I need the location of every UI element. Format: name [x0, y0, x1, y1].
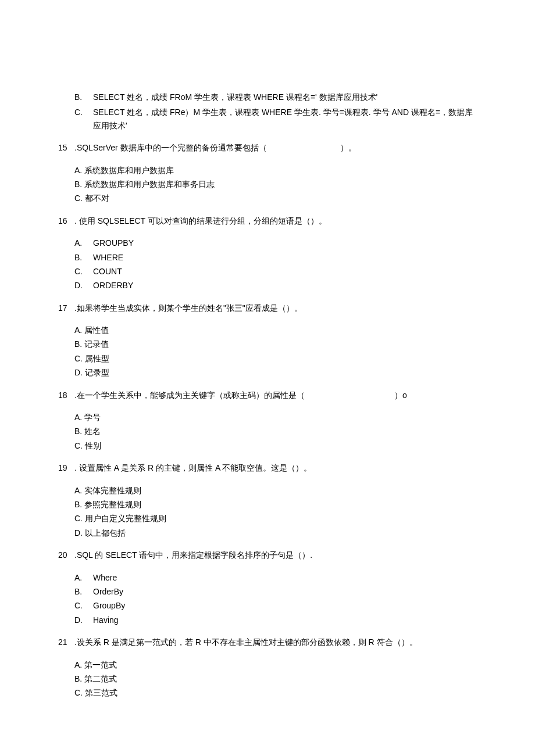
options-block: A.系统数据库和用户数据库B.系统数据库和用户数据库和事务日志C.都不对: [58, 164, 477, 205]
option-line: A.实体完整性规则: [58, 484, 477, 497]
option-text: 记录值: [82, 338, 109, 350]
option-line: A.属性值: [58, 324, 477, 336]
option-line: D.Having: [58, 614, 477, 626]
option-text: Where: [91, 571, 117, 584]
option-text: 用户自定义完整性规则: [83, 512, 166, 525]
option-line: B.SELECT 姓名，成绩 FRoM 学生表，课程表 WHERE 课程名=' …: [58, 91, 477, 103]
option-line: C.属性型: [58, 352, 477, 365]
option-letter: C.: [74, 192, 83, 205]
question-block: 20.SQL 的 SELECT 语句中，用来指定根据字段名排序的子句是（）.A.…: [58, 549, 477, 626]
option-line: A.学号: [58, 411, 477, 424]
options-block: A.GROUPBYB.WHEREC.COUNTD.ORDERBY: [58, 237, 477, 292]
option-letter: B.: [74, 338, 82, 350]
option-letter: D.: [74, 614, 91, 626]
option-line: D.记录型: [58, 366, 477, 379]
option-letter: C.: [74, 599, 91, 612]
question-text: .在一个学生关系中，能够成为主关键字（或称主码）的属性是（ ）o: [74, 389, 477, 402]
option-text: 属性型: [83, 352, 109, 365]
question-line: 21.设关系 R 是满足第一范式的，若 R 中不存在非主属性对主键的部分函数依赖…: [58, 636, 477, 648]
option-line: B.记录值: [58, 338, 477, 350]
option-text: 都不对: [83, 192, 109, 205]
option-line: C.COUNT: [58, 265, 477, 278]
option-text: 姓名: [82, 425, 101, 438]
option-line: B.姓名: [58, 425, 477, 438]
option-line: A.第一范式: [58, 658, 477, 671]
option-line: C.用户自定义完整性规则: [58, 512, 477, 525]
question-line: 15.SQLSerVer 数据库中的一个完整的备份通常要包括（ ）。: [58, 141, 477, 154]
option-text: 参照完整性规则: [82, 498, 141, 511]
question-number: 17: [58, 302, 74, 314]
option-letter: B.: [74, 498, 82, 511]
option-line: A.Where: [58, 571, 477, 584]
question-line: 17.如果将学生当成实体，则某个学生的姓名"张三"应看成是（）。: [58, 302, 477, 314]
question-text: .SQLSerVer 数据库中的一个完整的备份通常要包括（ ）。: [74, 141, 477, 154]
option-letter: A.: [74, 324, 82, 336]
option-letter: B.: [74, 425, 82, 438]
option-text: OrderBy: [91, 585, 123, 598]
option-line: C.都不对: [58, 192, 477, 205]
question-number: 18: [58, 389, 74, 402]
option-line: D.ORDERBY: [58, 279, 477, 292]
option-letter: C.: [74, 439, 83, 452]
question-line: 20.SQL 的 SELECT 语句中，用来指定根据字段名排序的子句是（）.: [58, 549, 477, 561]
question-block: 15.SQLSerVer 数据库中的一个完整的备份通常要包括（ ）。A.系统数据…: [58, 141, 477, 205]
question-block: 19. 设置属性 A 是关系 R 的主键，则属性 A 不能取空值。这是（）。A.…: [58, 461, 477, 539]
option-text: GroupBy: [91, 599, 125, 612]
option-line: C.GroupBy: [58, 599, 477, 612]
option-text: 以上都包括: [83, 526, 126, 539]
option-line: B.OrderBy: [58, 585, 477, 598]
question-number: 15: [58, 141, 74, 154]
question-number: 19: [58, 461, 74, 474]
option-line: A.系统数据库和用户数据库: [58, 164, 477, 177]
question-line: 16. 使用 SQLSELECT 可以对查询的结果进行分组，分组的短语是（）。: [58, 214, 477, 227]
option-letter: B.: [74, 251, 91, 264]
option-letter: C.: [74, 265, 91, 278]
question-line: 19. 设置属性 A 是关系 R 的主键，则属性 A 不能取空值。这是（）。: [58, 461, 477, 474]
option-letter: A.: [74, 164, 82, 177]
option-letter: C.: [74, 352, 83, 365]
option-line: B.第二范式: [58, 672, 477, 685]
option-text: COUNT: [91, 265, 122, 278]
option-letter: C.: [74, 512, 83, 525]
option-letter: B.: [74, 672, 82, 685]
question-number: 16: [58, 214, 74, 227]
option-text: 记录型: [83, 366, 109, 379]
options-block: A.WhereB.OrderByC.GroupByD.Having: [58, 571, 477, 627]
option-letter: D.: [74, 279, 91, 292]
question-text: .如果将学生当成实体，则某个学生的姓名"张三"应看成是（）。: [74, 302, 477, 314]
option-letter: D.: [74, 526, 83, 539]
option-text: WHERE: [91, 251, 123, 264]
option-line: D.以上都包括: [58, 526, 477, 539]
option-letter: B.: [74, 178, 82, 191]
pre-options-block: B.SELECT 姓名，成绩 FRoM 学生表，课程表 WHERE 课程名=' …: [58, 91, 477, 132]
question-block: 16. 使用 SQLSELECT 可以对查询的结果进行分组，分组的短语是（）。A…: [58, 214, 477, 292]
option-letter: A.: [74, 237, 91, 249]
option-line: C.第三范式: [58, 686, 477, 699]
question-block: 21.设关系 R 是满足第一范式的，若 R 中不存在非主属性对主键的部分函数依赖…: [58, 636, 477, 700]
option-text: 第三范式: [83, 686, 117, 699]
option-text: SELECT 姓名，成绩 FRoM 学生表，课程表 WHERE 课程名=' 数据…: [91, 91, 377, 103]
option-line: B.系统数据库和用户数据库和事务日志: [58, 178, 477, 191]
question-number: 21: [58, 636, 74, 648]
options-block: A.属性值B.记录值C.属性型D.记录型: [58, 324, 477, 379]
option-text: 性别: [83, 439, 101, 452]
option-text: GROUPBY: [91, 237, 134, 249]
option-text: Having: [91, 614, 119, 626]
option-line: B.WHERE: [58, 251, 477, 264]
option-letter: A.: [74, 484, 82, 497]
option-letter: B.: [74, 585, 91, 598]
option-text: 系统数据库和用户数据库和事务日志: [82, 178, 215, 191]
option-letter: A.: [74, 571, 91, 584]
option-line: C.性别: [58, 439, 477, 452]
option-line: A.GROUPBY: [58, 237, 477, 249]
option-letter: A.: [74, 411, 82, 424]
option-line: C.SELECT 姓名，成绩 FRe）M 学生表，课程表 WHERE 学生表. …: [58, 106, 477, 132]
options-block: A.第一范式B.第二范式C.第三范式: [58, 658, 477, 700]
option-text: 第一范式: [82, 658, 117, 671]
option-text: 实体完整性规则: [82, 484, 141, 497]
option-text: 第二范式: [82, 672, 117, 685]
option-text: 学号: [82, 411, 101, 424]
option-letter: C.: [74, 686, 83, 699]
question-block: 18.在一个学生关系中，能够成为主关键字（或称主码）的属性是（ ）oA.学号B.…: [58, 389, 477, 453]
option-text: SELECT 姓名，成绩 FRe）M 学生表，课程表 WHERE 学生表. 学号…: [91, 106, 477, 132]
